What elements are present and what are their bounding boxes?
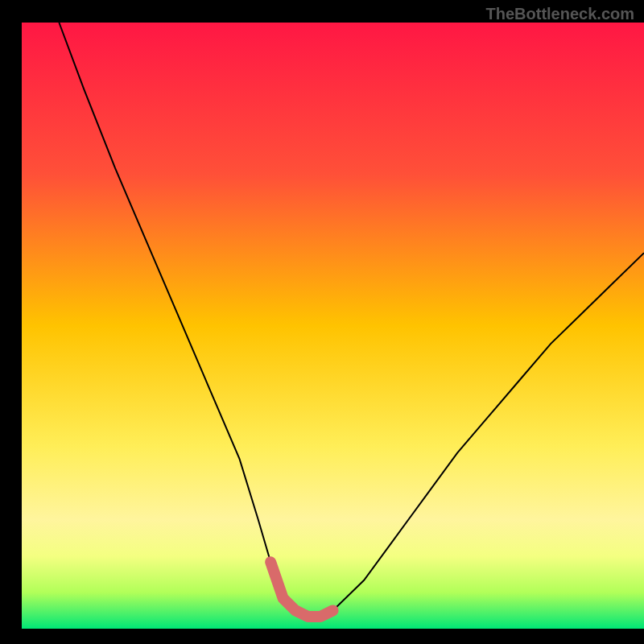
bottleneck-chart (0, 0, 644, 644)
plot-background (22, 23, 644, 629)
chart-svg (0, 0, 644, 644)
watermark-text: TheBottleneck.com (486, 5, 634, 23)
